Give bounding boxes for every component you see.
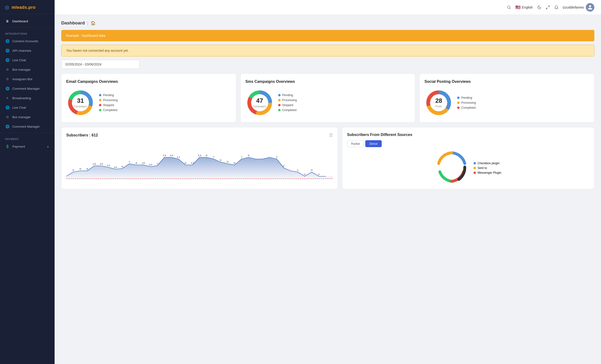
- fullscreen-icon[interactable]: [546, 5, 550, 10]
- sidebar-item-payment[interactable]: 💲 Payment ▲: [0, 142, 55, 151]
- sources-card: Subscribers From Different Sources Radia…: [342, 127, 594, 189]
- sidebar-item-api-channels[interactable]: 🌐 API channels: [0, 46, 55, 55]
- topbar: 🇺🇸 English izzuddinfames: [55, 0, 601, 15]
- svg-text:9: 9: [185, 162, 186, 164]
- warning-banner: You haven not connected any account yet.: [61, 45, 594, 57]
- gear-icon-1: ⚙: [5, 67, 10, 72]
- sidebar-item-dashboard[interactable]: 🖥 Dashboard: [0, 16, 55, 26]
- svg-text:8: 8: [234, 162, 235, 164]
- svg-text:13: 13: [170, 154, 173, 157]
- email-campaigns-title: Email Campaigns Overviews: [66, 79, 231, 84]
- sidebar-item-live-chat-2[interactable]: 🌐 Live Chat: [0, 103, 55, 112]
- svg-text:10: 10: [149, 164, 152, 166]
- svg-text:13: 13: [191, 162, 194, 164]
- sidebar-item-broadcasting[interactable]: ✈ Broadcasting: [0, 93, 55, 103]
- svg-text:10: 10: [113, 166, 117, 168]
- user-avatar: [586, 3, 594, 12]
- svg-text:15: 15: [100, 163, 103, 165]
- sources-chart: Checkbox plugin Sent to Messenger Plugin: [347, 150, 589, 184]
- globe-icon-3: 🌐: [5, 58, 10, 62]
- sms-campaigns-title: Sms Campaigns Overviews: [245, 79, 411, 84]
- info-banner: Example : Dashboard data: [61, 30, 594, 41]
- svg-text:7: 7: [128, 161, 130, 163]
- email-donut-chart: 31 Campaigns: [66, 89, 95, 117]
- svg-text:9: 9: [220, 159, 221, 161]
- radial-button[interactable]: Radial: [347, 140, 364, 147]
- username-label: izzuddinfames: [563, 5, 584, 9]
- email-campaigns-card: Email Campaigns Overviews: [61, 74, 236, 122]
- svg-text:9: 9: [72, 169, 74, 171]
- svg-text:2: 2: [318, 173, 320, 176]
- sidebar-item-connect-accounts[interactable]: 🌐 Connect Accounts: [0, 36, 55, 46]
- sms-legend: Pending Processing Stopped Completed: [278, 93, 297, 112]
- email-legend: Pending Processing Stopped Completed: [99, 93, 118, 112]
- gear-icon-2: ⚙: [5, 77, 10, 81]
- sources-title: Subscribers From Different Sources: [347, 133, 412, 137]
- sms-campaigns-card: Sms Campaigns Overviews 47 Campaigns: [240, 74, 415, 122]
- svg-text:8: 8: [86, 168, 88, 170]
- donut-button[interactable]: Donut: [365, 140, 382, 147]
- notifications-icon[interactable]: [554, 5, 559, 10]
- globe-icon-6: 🌐: [5, 124, 10, 129]
- payment-section-label: PAYMENT: [0, 134, 55, 142]
- sidebar-item-instagram-bot[interactable]: ⚙ Instagram Bot: [0, 74, 55, 84]
- social-donut-chart: 28 Posts: [424, 89, 453, 117]
- overview-cards-row: Email Campaigns Overviews: [61, 74, 594, 122]
- sidebar-item-bot-manager-1[interactable]: ⚙ Bot manager: [0, 65, 55, 74]
- home-icon[interactable]: 🏠: [91, 21, 96, 26]
- svg-line-3: [546, 8, 547, 9]
- svg-text:9: 9: [248, 154, 250, 157]
- date-range-input[interactable]: [61, 60, 140, 69]
- svg-text:1: 1: [297, 169, 299, 171]
- sources-legend: Checkbox plugin Sent to Messenger Plugin: [473, 162, 501, 174]
- svg-text:9: 9: [227, 161, 228, 163]
- page-title: Dashboard: [61, 20, 85, 26]
- user-menu[interactable]: izzuddinfames: [563, 3, 595, 12]
- sidebar-item-comment-manager-2[interactable]: 🌐 Comment Manager: [0, 122, 55, 131]
- sidebar-item-live-chat-1[interactable]: 🌐 Live Chat: [0, 55, 55, 65]
- subscribers-card: Subscribers : 612 ☰: [61, 127, 338, 189]
- gear-icon-3: ⚙: [5, 115, 10, 119]
- search-icon[interactable]: [507, 5, 511, 10]
- send-icon: ✈: [5, 96, 10, 100]
- svg-text:6: 6: [121, 165, 123, 168]
- payment-chevron: ▲: [47, 145, 49, 148]
- social-posting-title: Social Posting Overviews: [424, 79, 589, 84]
- page-content: Dashboard | 🏠 Example : Dashboard data Y…: [55, 15, 601, 364]
- svg-text:13: 13: [107, 164, 110, 167]
- globe-icon-1: 🌐: [5, 39, 10, 43]
- logo-text: mleads.pro: [12, 5, 36, 10]
- chart-menu-icon[interactable]: ☰: [329, 133, 333, 138]
- breadcrumb-separator: |: [87, 21, 88, 26]
- sms-donut-chart: 47 Campaigns: [245, 89, 274, 117]
- svg-text:15: 15: [93, 163, 96, 165]
- sidebar-item-bot-manager-2[interactable]: ⚙ Bot manager: [0, 112, 55, 122]
- logo: ◎ mleads.pro: [0, 0, 55, 14]
- svg-text:13: 13: [198, 154, 201, 157]
- svg-line-2: [548, 6, 549, 7]
- svg-point-0: [508, 6, 510, 9]
- sidebar-item-comment-manager-1[interactable]: 🌐 Comment Manager: [0, 84, 55, 93]
- globe-icon-4: 🌐: [5, 86, 10, 91]
- svg-text:13: 13: [163, 154, 166, 157]
- svg-text:9: 9: [136, 162, 137, 164]
- dark-mode-icon[interactable]: [537, 5, 541, 10]
- subscribers-title: Subscribers : 612: [66, 133, 98, 138]
- logo-icon: ◎: [5, 4, 9, 10]
- svg-text:10: 10: [142, 162, 145, 164]
- chart-toggle-group: Radial Donut: [347, 140, 589, 147]
- subscribers-chart: 9 9 8 15 15 13 10 6 7 9 10 10 7 13: [66, 141, 333, 179]
- social-posting-card: Social Posting Overviews 28 Posts: [420, 74, 594, 122]
- svg-text:2: 2: [276, 156, 278, 158]
- sidebar: ◎ mleads.pro 🖥 Dashboard INTEGRATIONS 🌐 …: [0, 0, 55, 364]
- svg-text:11: 11: [177, 156, 180, 158]
- svg-text:9: 9: [206, 154, 207, 157]
- svg-text:0: 0: [304, 173, 305, 176]
- svg-text:9: 9: [79, 168, 81, 170]
- flag-icon: 🇺🇸: [515, 5, 521, 10]
- dollar-icon: 💲: [5, 144, 10, 148]
- social-legend: Pending Processing Completed: [457, 96, 476, 109]
- language-label: English: [522, 5, 533, 9]
- svg-text:0: 0: [311, 169, 313, 171]
- language-selector[interactable]: 🇺🇸 English: [515, 5, 533, 10]
